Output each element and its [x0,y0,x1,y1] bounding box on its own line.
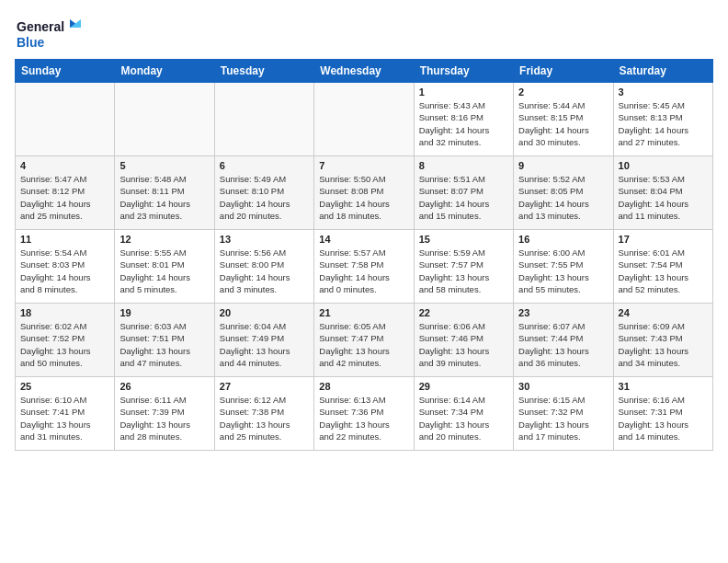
calendar-cell: 15Sunrise: 5:59 AM Sunset: 7:57 PM Dayli… [414,230,513,304]
day-number: 29 [419,381,508,392]
calendar-table: SundayMondayTuesdayWednesdayThursdayFrid… [15,59,713,451]
day-info: Sunrise: 5:49 AM Sunset: 8:10 PM Dayligh… [220,173,309,222]
calendar-cell: 11Sunrise: 5:54 AM Sunset: 8:03 PM Dayli… [16,230,115,304]
weekday-header-friday: Friday [514,60,613,83]
day-number: 6 [220,160,309,171]
day-info: Sunrise: 6:10 AM Sunset: 7:41 PM Dayligh… [20,394,109,442]
day-info: Sunrise: 5:57 AM Sunset: 7:58 PM Dayligh… [319,247,408,295]
calendar-cell: 7Sunrise: 5:50 AM Sunset: 8:08 PM Daylig… [314,156,414,230]
calendar-cell [115,83,214,156]
day-info: Sunrise: 6:02 AM Sunset: 7:52 PM Dayligh… [20,320,109,369]
day-number: 7 [319,160,408,171]
day-number: 15 [419,234,508,245]
calendar-week-3: 11Sunrise: 5:54 AM Sunset: 8:03 PM Dayli… [16,230,713,304]
day-number: 3 [619,86,708,98]
weekday-header-sunday: Sunday [16,60,115,83]
day-number: 27 [220,381,309,392]
day-number: 4 [20,160,109,171]
logo-icon: GeneralBlue [15,15,88,52]
day-info: Sunrise: 6:11 AM Sunset: 7:39 PM Dayligh… [119,394,209,442]
calendar-cell [16,83,115,156]
calendar-cell: 13Sunrise: 5:56 AM Sunset: 8:00 PM Dayli… [214,230,313,304]
weekday-header-thursday: Thursday [414,60,513,83]
day-info: Sunrise: 5:50 AM Sunset: 8:08 PM Dayligh… [319,173,408,222]
day-number: 17 [619,234,708,245]
calendar-week-1: 1Sunrise: 5:43 AM Sunset: 8:16 PM Daylig… [16,83,713,156]
weekday-header-wednesday: Wednesday [314,60,414,83]
day-number: 13 [220,234,309,245]
svg-text:General: General [17,19,64,34]
day-info: Sunrise: 5:48 AM Sunset: 8:11 PM Dayligh… [119,173,209,222]
day-number: 12 [119,234,209,245]
calendar-cell: 24Sunrise: 6:09 AM Sunset: 7:43 PM Dayli… [613,304,712,377]
day-info: Sunrise: 6:15 AM Sunset: 7:32 PM Dayligh… [518,394,608,442]
calendar-cell [214,83,313,156]
day-info: Sunrise: 5:53 AM Sunset: 8:04 PM Dayligh… [619,173,708,222]
logo: GeneralBlue [15,15,88,52]
day-info: Sunrise: 5:51 AM Sunset: 8:07 PM Dayligh… [419,173,508,222]
day-number: 30 [518,381,608,392]
day-number: 2 [518,86,608,98]
weekday-header-saturday: Saturday [613,60,712,83]
day-info: Sunrise: 6:06 AM Sunset: 7:46 PM Dayligh… [419,320,508,369]
calendar-cell: 8Sunrise: 5:51 AM Sunset: 8:07 PM Daylig… [414,156,513,230]
day-info: Sunrise: 5:52 AM Sunset: 8:05 PM Dayligh… [518,173,608,222]
day-number: 23 [518,307,608,318]
day-info: Sunrise: 5:55 AM Sunset: 8:01 PM Dayligh… [119,247,209,295]
day-info: Sunrise: 5:54 AM Sunset: 8:03 PM Dayligh… [20,247,109,295]
day-info: Sunrise: 5:59 AM Sunset: 7:57 PM Dayligh… [419,247,508,295]
day-number: 8 [419,160,508,171]
day-number: 26 [119,381,209,392]
calendar-cell: 23Sunrise: 6:07 AM Sunset: 7:44 PM Dayli… [514,304,613,377]
calendar-cell: 1Sunrise: 5:43 AM Sunset: 8:16 PM Daylig… [414,83,513,156]
calendar-cell: 10Sunrise: 5:53 AM Sunset: 8:04 PM Dayli… [613,156,712,230]
weekday-header-tuesday: Tuesday [214,60,313,83]
day-number: 19 [119,307,209,318]
calendar-cell: 20Sunrise: 6:04 AM Sunset: 7:49 PM Dayli… [214,304,313,377]
day-info: Sunrise: 5:43 AM Sunset: 8:16 PM Dayligh… [419,99,508,148]
day-info: Sunrise: 6:04 AM Sunset: 7:49 PM Dayligh… [220,320,309,369]
calendar-cell: 30Sunrise: 6:15 AM Sunset: 7:32 PM Dayli… [514,377,613,451]
day-info: Sunrise: 6:16 AM Sunset: 7:31 PM Dayligh… [619,394,708,442]
calendar-cell: 26Sunrise: 6:11 AM Sunset: 7:39 PM Dayli… [115,377,214,451]
day-number: 16 [518,234,608,245]
day-info: Sunrise: 5:45 AM Sunset: 8:13 PM Dayligh… [619,99,708,148]
calendar-cell: 28Sunrise: 6:13 AM Sunset: 7:36 PM Dayli… [314,377,414,451]
day-number: 18 [20,307,109,318]
day-number: 21 [319,307,408,318]
day-info: Sunrise: 6:13 AM Sunset: 7:36 PM Dayligh… [319,394,408,442]
day-number: 1 [419,86,508,98]
day-info: Sunrise: 6:01 AM Sunset: 7:54 PM Dayligh… [619,247,708,295]
day-number: 11 [20,234,109,245]
calendar-cell: 5Sunrise: 5:48 AM Sunset: 8:11 PM Daylig… [115,156,214,230]
day-number: 31 [619,381,708,392]
calendar-week-5: 25Sunrise: 6:10 AM Sunset: 7:41 PM Dayli… [16,377,713,451]
calendar-cell [314,83,414,156]
weekday-header-row: SundayMondayTuesdayWednesdayThursdayFrid… [16,60,713,83]
day-info: Sunrise: 5:47 AM Sunset: 8:12 PM Dayligh… [20,173,109,222]
day-info: Sunrise: 5:44 AM Sunset: 8:15 PM Dayligh… [518,99,608,148]
calendar-cell: 31Sunrise: 6:16 AM Sunset: 7:31 PM Dayli… [613,377,712,451]
calendar-cell: 29Sunrise: 6:14 AM Sunset: 7:34 PM Dayli… [414,377,513,451]
calendar-cell: 4Sunrise: 5:47 AM Sunset: 8:12 PM Daylig… [16,156,115,230]
calendar-cell: 21Sunrise: 6:05 AM Sunset: 7:47 PM Dayli… [314,304,414,377]
calendar-week-2: 4Sunrise: 5:47 AM Sunset: 8:12 PM Daylig… [16,156,713,230]
calendar-cell: 6Sunrise: 5:49 AM Sunset: 8:10 PM Daylig… [214,156,313,230]
day-info: Sunrise: 6:03 AM Sunset: 7:51 PM Dayligh… [119,320,209,369]
calendar-cell: 2Sunrise: 5:44 AM Sunset: 8:15 PM Daylig… [514,83,613,156]
day-info: Sunrise: 6:14 AM Sunset: 7:34 PM Dayligh… [419,394,508,442]
day-number: 22 [419,307,508,318]
day-number: 25 [20,381,109,392]
calendar-cell: 12Sunrise: 5:55 AM Sunset: 8:01 PM Dayli… [115,230,214,304]
day-info: Sunrise: 5:56 AM Sunset: 8:00 PM Dayligh… [220,247,309,295]
day-info: Sunrise: 6:00 AM Sunset: 7:55 PM Dayligh… [518,247,608,295]
day-number: 14 [319,234,408,245]
day-info: Sunrise: 6:05 AM Sunset: 7:47 PM Dayligh… [319,320,408,369]
svg-text:Blue: Blue [17,35,45,50]
calendar-cell: 22Sunrise: 6:06 AM Sunset: 7:46 PM Dayli… [414,304,513,377]
day-number: 20 [220,307,309,318]
calendar-cell: 14Sunrise: 5:57 AM Sunset: 7:58 PM Dayli… [314,230,414,304]
day-number: 10 [619,160,708,171]
calendar-week-4: 18Sunrise: 6:02 AM Sunset: 7:52 PM Dayli… [16,304,713,377]
calendar-cell: 17Sunrise: 6:01 AM Sunset: 7:54 PM Dayli… [613,230,712,304]
